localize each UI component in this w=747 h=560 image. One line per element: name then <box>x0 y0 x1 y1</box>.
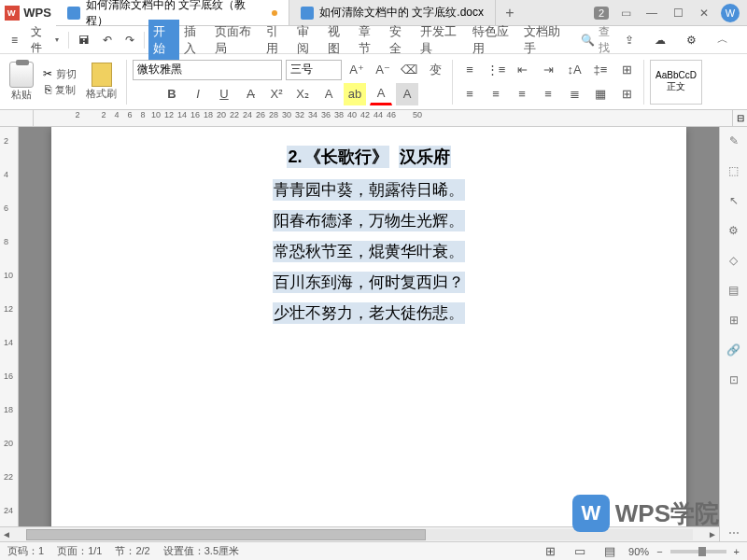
svg-text:W: W <box>7 8 16 18</box>
ribbon-tab-helper[interactable]: 文档助手 <box>519 20 571 61</box>
ribbon-tab-review[interactable]: 审阅 <box>292 20 323 61</box>
minimize-button[interactable]: — <box>642 4 661 22</box>
line-spacing-button[interactable]: ‡≡ <box>589 59 612 81</box>
layers-icon[interactable]: ▤ <box>726 282 742 299</box>
collapse-ribbon-icon[interactable]: ︿ <box>712 29 734 50</box>
web-mode-icon[interactable]: ▤ <box>599 540 621 561</box>
document-line[interactable]: 阳春布德泽，万物生光辉。 <box>79 210 658 231</box>
highlight-button[interactable]: ab <box>344 83 366 105</box>
borders-button[interactable]: ⊞ <box>615 83 638 105</box>
zoom-slider[interactable] <box>670 550 726 553</box>
format-painter-button[interactable]: 格式刷 <box>82 59 120 105</box>
cursor-icon[interactable]: ↖ <box>726 192 742 209</box>
settings-icon[interactable]: ⚙ <box>681 29 702 50</box>
document-line[interactable]: 百川东到海，何时复西归？ <box>79 272 658 293</box>
watermark: W WPS学院 <box>572 495 719 532</box>
horizontal-ruler[interactable]: 2246810121416182022242628303234363840424… <box>0 110 747 127</box>
search-box[interactable]: 🔍 查找 <box>581 24 617 56</box>
document-line[interactable]: 青青园中葵，朝露待日晞。 <box>79 179 658 201</box>
share-icon[interactable]: ⇪ <box>619 29 640 50</box>
align-right-button[interactable]: ≡ <box>511 83 533 105</box>
align-center-button[interactable]: ≡ <box>485 83 507 105</box>
ribbon-tab-insert[interactable]: 插入 <box>179 20 210 61</box>
scrollbar-thumb[interactable] <box>26 529 426 540</box>
qat-redo-icon[interactable]: ↷ <box>120 31 140 49</box>
decrease-font-button[interactable]: A⁻ <box>372 59 394 81</box>
scroll-left-icon[interactable]: ◄ <box>0 529 13 539</box>
menu-icon[interactable]: ▭ <box>616 4 635 22</box>
ribbon-tab-special[interactable]: 特色应用 <box>468 20 520 61</box>
more-icon[interactable]: ⊡ <box>726 371 742 388</box>
qat-save-icon[interactable]: 🖬 <box>73 31 95 49</box>
numbering-button[interactable]: ⋮≡ <box>485 59 507 81</box>
status-section[interactable]: 节：2/2 <box>115 544 149 558</box>
bold-button[interactable]: B <box>161 83 183 105</box>
document-area[interactable]: 2.《长歌行》 汉乐府 青青园中葵，朝露待日晞。阳春布德泽，万物生光辉。常恐秋节… <box>19 127 719 541</box>
pencil-icon[interactable]: ✎ <box>726 133 742 149</box>
reading-mode-icon[interactable]: ▭ <box>569 540 591 561</box>
gear-icon[interactable]: ⚙ <box>726 222 742 239</box>
style-normal[interactable]: AaBbCcD 正文 <box>650 60 702 105</box>
distribute-button[interactable]: ≣ <box>563 83 585 105</box>
status-position[interactable]: 设置值：3.5厘米 <box>163 544 239 558</box>
font-family-select[interactable] <box>133 60 282 80</box>
paragraph-shading-button[interactable]: ▦ <box>589 83 612 105</box>
document-line[interactable]: 少壮不努力，老大徒伤悲。 <box>79 302 658 324</box>
page[interactable]: 2.《长歌行》 汉乐府 青青园中葵，朝露待日晞。阳春布德泽，万物生光辉。常恐秋节… <box>51 127 686 541</box>
search-icon: 🔍 <box>581 34 595 47</box>
ribbon-tab-view[interactable]: 视图 <box>323 20 354 61</box>
ruler-collapse-icon[interactable]: ⊟ <box>732 110 747 126</box>
copy-button[interactable]: 复制 <box>55 83 76 97</box>
decrease-indent-button[interactable]: ⇤ <box>511 59 533 81</box>
view-mode-icon[interactable]: ⊞ <box>539 540 561 561</box>
cloud-icon[interactable]: ☁ <box>649 29 671 50</box>
document-line[interactable]: 常恐秋节至，焜黄华叶衰。 <box>79 241 658 262</box>
file-menu[interactable]: 文件▾ <box>25 21 64 59</box>
help-icon[interactable]: ⋯ <box>726 525 742 541</box>
user-avatar[interactable]: W <box>721 4 740 22</box>
grid-icon[interactable]: ⊞ <box>726 312 742 329</box>
qat-undo-icon[interactable]: ↶ <box>97 31 118 49</box>
close-button[interactable]: ✕ <box>695 4 713 22</box>
superscript-button[interactable]: X² <box>265 83 288 105</box>
select-icon[interactable]: ⬚ <box>726 162 742 179</box>
subscript-button[interactable]: X₂ <box>291 83 314 105</box>
phonetic-button[interactable]: 变 <box>424 59 446 81</box>
strikethrough-button[interactable]: A̶ <box>239 83 261 105</box>
vertical-ruler[interactable]: 24681012141618202224 <box>0 127 19 541</box>
maximize-button[interactable]: ☐ <box>669 4 687 22</box>
ribbon-tab-home[interactable]: 开始 <box>148 20 179 61</box>
increase-font-button[interactable]: A⁺ <box>345 59 368 81</box>
ribbon-tab-security[interactable]: 安全 <box>385 20 416 61</box>
cut-button[interactable]: 剪切 <box>56 67 77 81</box>
align-left-button[interactable]: ≡ <box>458 83 481 105</box>
increase-indent-button[interactable]: ⇥ <box>537 59 559 81</box>
status-pages[interactable]: 页面：1/1 <box>57 544 102 558</box>
document-title[interactable]: 2.《长歌行》 汉乐府 <box>79 146 658 168</box>
font-size-select[interactable] <box>286 60 342 80</box>
zoom-in-button[interactable]: + <box>734 546 740 557</box>
clipboard-group: ✂剪切 ⎘复制 <box>43 67 77 97</box>
zoom-out-button[interactable]: − <box>656 546 662 557</box>
status-page[interactable]: 页码：1 <box>7 544 44 558</box>
sort-button[interactable]: ⊞ <box>615 59 638 81</box>
ribbon-tab-references[interactable]: 引用 <box>261 20 292 61</box>
ribbon-tab-section[interactable]: 章节 <box>354 20 385 61</box>
font-color-button[interactable]: A <box>370 83 392 105</box>
paste-button[interactable]: 粘贴 <box>6 58 37 105</box>
notification-badge[interactable]: 2 <box>594 7 609 20</box>
underline-button[interactable]: U <box>213 83 235 105</box>
shape-icon[interactable]: ◇ <box>726 252 742 269</box>
align-justify-button[interactable]: ≡ <box>537 83 559 105</box>
ribbon-tab-layout[interactable]: 页面布局 <box>210 20 262 61</box>
bullets-button[interactable]: ≡ <box>458 59 481 81</box>
zoom-value[interactable]: 90% <box>628 546 649 557</box>
ribbon-tab-developer[interactable]: 开发工具 <box>416 20 468 61</box>
shading-button[interactable]: A <box>396 83 418 105</box>
hamburger-menu[interactable]: ≡ <box>6 31 23 49</box>
italic-button[interactable]: I <box>187 83 209 105</box>
link-icon[interactable]: 🔗 <box>726 342 742 358</box>
text-effects-button[interactable]: A <box>317 83 340 105</box>
clear-format-button[interactable]: ⌫ <box>398 59 420 81</box>
text-direction-button[interactable]: ↕A <box>563 59 585 81</box>
